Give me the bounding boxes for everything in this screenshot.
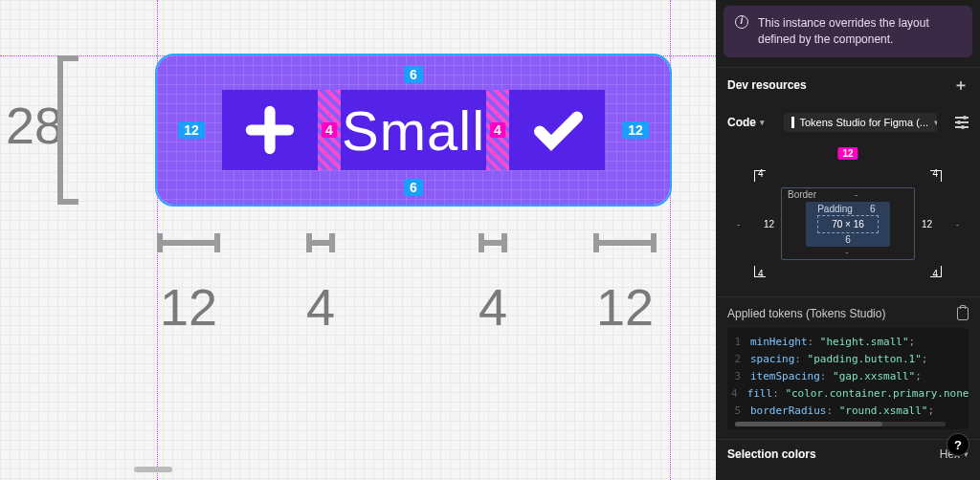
- box-model-margin-left: 12: [764, 218, 774, 229]
- box-model-content-dims: 70 × 16: [817, 215, 879, 233]
- selected-button-frame[interactable]: 6 6 12 12 4 Small 4: [157, 55, 670, 205]
- code-source-dropdown[interactable]: Tokens Studio for Figma (... ▾: [784, 113, 937, 132]
- add-dev-resource-icon[interactable]: ＋: [953, 76, 969, 96]
- code-horizontal-scrollbar[interactable]: [735, 422, 946, 426]
- applied-tokens-label: Applied tokens (Tokens Studio): [727, 307, 885, 320]
- gap-spacer-2: 4: [486, 90, 509, 170]
- trailing-icon-slot[interactable]: [509, 90, 605, 170]
- box-model-padding-bottom: 6: [845, 234, 851, 245]
- check-icon: [528, 101, 586, 159]
- leading-icon-slot[interactable]: [222, 90, 318, 170]
- selection-colors-label: Selection colors: [727, 447, 816, 461]
- help-button[interactable]: ?: [947, 434, 969, 455]
- code-source-label: Tokens Studio for Figma (...: [800, 117, 929, 128]
- box-model-border-bottom: -: [845, 247, 850, 257]
- width-bracket-3: [479, 233, 507, 252]
- applied-tokens-code[interactable]: 1minHeight: "height.small"; 2spacing: "p…: [727, 328, 969, 429]
- corner-radius-br: 4: [932, 269, 938, 279]
- canvas-horizontal-scrollbar[interactable]: [134, 467, 172, 472]
- chevron-down-icon: ▾: [760, 118, 765, 127]
- padding-right-badge: 12: [622, 121, 649, 139]
- chevron-down-icon: ▾: [934, 118, 937, 127]
- padding-bottom-badge: 6: [404, 179, 423, 196]
- code-section-toggle[interactable]: Code ▾: [727, 116, 765, 129]
- button-label[interactable]: Small: [341, 90, 486, 170]
- selection-guide-right: [670, 0, 671, 480]
- box-model-border-top: -: [855, 189, 859, 200]
- gap-spacer-2-label: 4: [490, 122, 505, 138]
- info-icon: [735, 15, 748, 29]
- dev-resources-header[interactable]: Dev resources ＋: [716, 67, 980, 103]
- dev-resources-label: Dev resources: [727, 78, 807, 92]
- code-settings-icon[interactable]: [955, 117, 969, 128]
- padding-left-badge: 12: [178, 121, 205, 139]
- corner-radius-tr: 4: [932, 168, 938, 179]
- width-label-4: 12: [596, 277, 654, 337]
- width-bracket-4: [593, 233, 657, 252]
- width-bracket-2: [306, 233, 335, 252]
- code-label-text: Code: [727, 116, 756, 129]
- override-notice: This instance overrides the layout defin…: [724, 6, 972, 57]
- override-notice-text: This instance overrides the layout defin…: [758, 15, 961, 48]
- inspector-panel: This instance overrides the layout defin…: [716, 0, 980, 480]
- design-canvas[interactable]: 28 6 6 12 12 4 Small 4: [0, 0, 716, 480]
- box-model-outer-left-dash: -: [737, 218, 740, 229]
- tokens-studio-icon: [791, 117, 794, 128]
- copy-tokens-icon[interactable]: [957, 307, 969, 320]
- corner-radius-bl: 4: [758, 269, 764, 279]
- box-model-margin-right: 12: [922, 218, 932, 229]
- box-model-padding: Padding 6 70 × 16 6: [806, 202, 890, 247]
- corner-radius-tl: 4: [758, 168, 764, 179]
- box-model-gap-above: 12: [837, 147, 858, 160]
- gap-spacer-1-label: 4: [322, 122, 337, 138]
- box-model-padding-top: 6: [870, 204, 876, 214]
- height-dim-bracket: [57, 55, 78, 205]
- box-model-diagram: 12 4 4 4 4 12 12 - - Border: [727, 147, 969, 281]
- width-label-1: 12: [160, 277, 217, 337]
- button-autolayout-row: 4 Small 4: [222, 90, 605, 170]
- box-model-padding-label: Padding: [817, 204, 853, 214]
- box-model-outer-right-dash: -: [956, 218, 959, 229]
- width-bracket-1: [157, 233, 220, 252]
- plus-icon: [243, 103, 297, 157]
- padding-top-badge: 6: [404, 66, 423, 83]
- gap-spacer-1: 4: [318, 90, 341, 170]
- height-dim-label: 28: [6, 96, 63, 155]
- width-label-3: 4: [479, 277, 507, 337]
- width-label-2: 4: [306, 277, 335, 337]
- box-model-border-label: Border: [788, 189, 816, 200]
